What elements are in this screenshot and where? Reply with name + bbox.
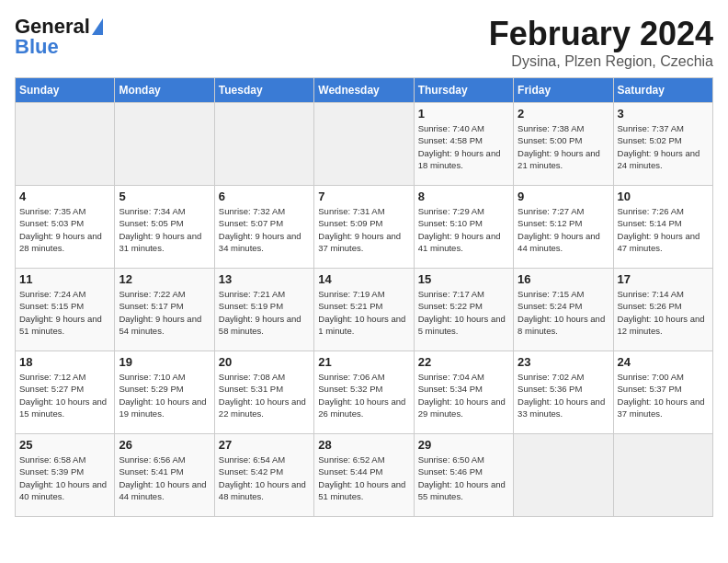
day-number: 5 [119, 190, 210, 203]
day-number: 17 [618, 272, 709, 286]
day-cell: 17Sunrise: 7:14 AMSunset: 5:26 PMDayligh… [613, 269, 712, 351]
day-info: Sunrise: 7:12 AMSunset: 5:27 PMDaylight:… [19, 371, 110, 419]
day-number: 25 [19, 438, 110, 452]
calendar-body: 1Sunrise: 7:40 AMSunset: 4:58 PMDaylight… [16, 103, 713, 517]
day-info: Sunrise: 7:04 AMSunset: 5:34 PMDaylight:… [418, 371, 509, 419]
day-info: Sunrise: 7:35 AMSunset: 5:03 PMDaylight:… [19, 205, 110, 254]
day-cell: 29Sunrise: 6:50 AMSunset: 5:46 PMDayligh… [414, 434, 513, 517]
day-cell: 21Sunrise: 7:06 AMSunset: 5:32 PMDayligh… [314, 351, 414, 434]
day-info: Sunrise: 7:38 AMSunset: 5:00 PMDaylight:… [518, 122, 609, 171]
day-info: Sunrise: 7:31 AMSunset: 5:09 PMDaylight:… [318, 205, 409, 254]
header-sunday: Sunday [16, 78, 115, 103]
day-number: 20 [219, 355, 310, 369]
day-info: Sunrise: 7:06 AMSunset: 5:32 PMDaylight:… [318, 371, 409, 419]
day-info: Sunrise: 7:27 AMSunset: 5:12 PMDaylight:… [518, 205, 609, 254]
day-info: Sunrise: 7:24 AMSunset: 5:15 PMDaylight:… [19, 288, 110, 337]
day-number: 15 [418, 272, 509, 286]
title-area: February 2024 Dysina, Plzen Region, Czec… [489, 15, 713, 70]
day-info: Sunrise: 7:17 AMSunset: 5:22 PMDaylight:… [418, 288, 509, 337]
header-friday: Friday [514, 78, 613, 103]
day-cell: 15Sunrise: 7:17 AMSunset: 5:22 PMDayligh… [414, 269, 513, 351]
day-number: 8 [418, 190, 509, 203]
day-cell [514, 434, 613, 517]
header: General Blue February 2024 Dysina, Plzen… [15, 15, 713, 70]
day-cell: 8Sunrise: 7:29 AMSunset: 5:10 PMDaylight… [414, 186, 513, 269]
day-info: Sunrise: 7:19 AMSunset: 5:21 PMDaylight:… [318, 288, 409, 337]
day-info: Sunrise: 7:37 AMSunset: 5:02 PMDaylight:… [618, 122, 709, 171]
day-cell: 26Sunrise: 6:56 AMSunset: 5:41 PMDayligh… [115, 434, 214, 517]
day-cell: 9Sunrise: 7:27 AMSunset: 5:12 PMDaylight… [514, 186, 613, 269]
day-cell: 10Sunrise: 7:26 AMSunset: 5:14 PMDayligh… [613, 186, 712, 269]
day-cell: 7Sunrise: 7:31 AMSunset: 5:09 PMDaylight… [314, 186, 414, 269]
day-number: 2 [518, 107, 609, 121]
day-info: Sunrise: 7:22 AMSunset: 5:17 PMDaylight:… [119, 288, 210, 337]
day-number: 28 [318, 438, 409, 452]
day-cell: 3Sunrise: 7:37 AMSunset: 5:02 PMDaylight… [613, 103, 712, 186]
day-cell [115, 103, 214, 186]
day-cell: 20Sunrise: 7:08 AMSunset: 5:31 PMDayligh… [214, 351, 313, 434]
day-cell [314, 103, 414, 186]
day-info: Sunrise: 7:14 AMSunset: 5:26 PMDaylight:… [618, 288, 709, 337]
day-number: 22 [418, 355, 509, 369]
header-saturday: Saturday [613, 78, 712, 103]
day-number: 3 [618, 107, 709, 121]
day-cell: 6Sunrise: 7:32 AMSunset: 5:07 PMDaylight… [214, 186, 313, 269]
header-monday: Monday [115, 78, 214, 103]
day-info: Sunrise: 6:56 AMSunset: 5:41 PMDaylight:… [119, 454, 210, 502]
day-cell: 28Sunrise: 6:52 AMSunset: 5:44 PMDayligh… [314, 434, 414, 517]
day-cell [613, 434, 712, 517]
day-info: Sunrise: 7:29 AMSunset: 5:10 PMDaylight:… [418, 205, 509, 254]
day-number: 26 [119, 438, 210, 452]
day-cell: 11Sunrise: 7:24 AMSunset: 5:15 PMDayligh… [16, 269, 115, 351]
calendar-table: SundayMondayTuesdayWednesdayThursdayFrid… [15, 77, 713, 517]
day-number: 1 [418, 107, 509, 121]
day-info: Sunrise: 7:26 AMSunset: 5:14 PMDaylight:… [618, 205, 709, 254]
logo: General Blue [15, 15, 103, 59]
day-cell: 13Sunrise: 7:21 AMSunset: 5:19 PMDayligh… [214, 269, 313, 351]
day-cell: 18Sunrise: 7:12 AMSunset: 5:27 PMDayligh… [16, 351, 115, 434]
day-info: Sunrise: 6:52 AMSunset: 5:44 PMDaylight:… [318, 454, 409, 502]
logo-blue-text: Blue [15, 35, 59, 59]
day-number: 13 [219, 272, 310, 286]
day-info: Sunrise: 6:58 AMSunset: 5:39 PMDaylight:… [19, 454, 110, 502]
week-row-0: 1Sunrise: 7:40 AMSunset: 4:58 PMDaylight… [16, 103, 713, 186]
day-cell: 5Sunrise: 7:34 AMSunset: 5:05 PMDaylight… [115, 186, 214, 269]
day-cell: 27Sunrise: 6:54 AMSunset: 5:42 PMDayligh… [214, 434, 313, 517]
logo-triangle-icon [92, 18, 103, 35]
header-wednesday: Wednesday [314, 78, 414, 103]
day-number: 16 [518, 272, 609, 286]
day-cell: 4Sunrise: 7:35 AMSunset: 5:03 PMDaylight… [16, 186, 115, 269]
header-row: SundayMondayTuesdayWednesdayThursdayFrid… [16, 78, 713, 103]
day-number: 29 [418, 438, 509, 452]
day-number: 9 [518, 190, 609, 203]
week-row-3: 18Sunrise: 7:12 AMSunset: 5:27 PMDayligh… [16, 351, 713, 434]
day-cell: 25Sunrise: 6:58 AMSunset: 5:39 PMDayligh… [16, 434, 115, 517]
day-number: 21 [318, 355, 409, 369]
week-row-1: 4Sunrise: 7:35 AMSunset: 5:03 PMDaylight… [16, 186, 713, 269]
day-cell [214, 103, 313, 186]
day-cell: 12Sunrise: 7:22 AMSunset: 5:17 PMDayligh… [115, 269, 214, 351]
day-info: Sunrise: 7:00 AMSunset: 5:37 PMDaylight:… [618, 371, 709, 419]
day-info: Sunrise: 7:10 AMSunset: 5:29 PMDaylight:… [119, 371, 210, 419]
day-info: Sunrise: 7:40 AMSunset: 4:58 PMDaylight:… [418, 122, 509, 171]
day-info: Sunrise: 7:34 AMSunset: 5:05 PMDaylight:… [119, 205, 210, 254]
week-row-4: 25Sunrise: 6:58 AMSunset: 5:39 PMDayligh… [16, 434, 713, 517]
day-number: 11 [19, 272, 110, 286]
day-number: 12 [119, 272, 210, 286]
calendar-title: February 2024 [489, 15, 713, 53]
day-info: Sunrise: 6:50 AMSunset: 5:46 PMDaylight:… [418, 454, 509, 502]
day-number: 4 [19, 190, 110, 203]
day-info: Sunrise: 7:15 AMSunset: 5:24 PMDaylight:… [518, 288, 609, 337]
header-thursday: Thursday [414, 78, 513, 103]
day-number: 23 [518, 355, 609, 369]
calendar-subtitle: Dysina, Plzen Region, Czechia [489, 53, 713, 70]
day-cell: 1Sunrise: 7:40 AMSunset: 4:58 PMDaylight… [414, 103, 513, 186]
day-cell [16, 103, 115, 186]
day-cell: 16Sunrise: 7:15 AMSunset: 5:24 PMDayligh… [514, 269, 613, 351]
day-cell: 22Sunrise: 7:04 AMSunset: 5:34 PMDayligh… [414, 351, 513, 434]
day-number: 24 [618, 355, 709, 369]
day-cell: 19Sunrise: 7:10 AMSunset: 5:29 PMDayligh… [115, 351, 214, 434]
day-cell: 24Sunrise: 7:00 AMSunset: 5:37 PMDayligh… [613, 351, 712, 434]
day-info: Sunrise: 6:54 AMSunset: 5:42 PMDaylight:… [219, 454, 310, 502]
week-row-2: 11Sunrise: 7:24 AMSunset: 5:15 PMDayligh… [16, 269, 713, 351]
